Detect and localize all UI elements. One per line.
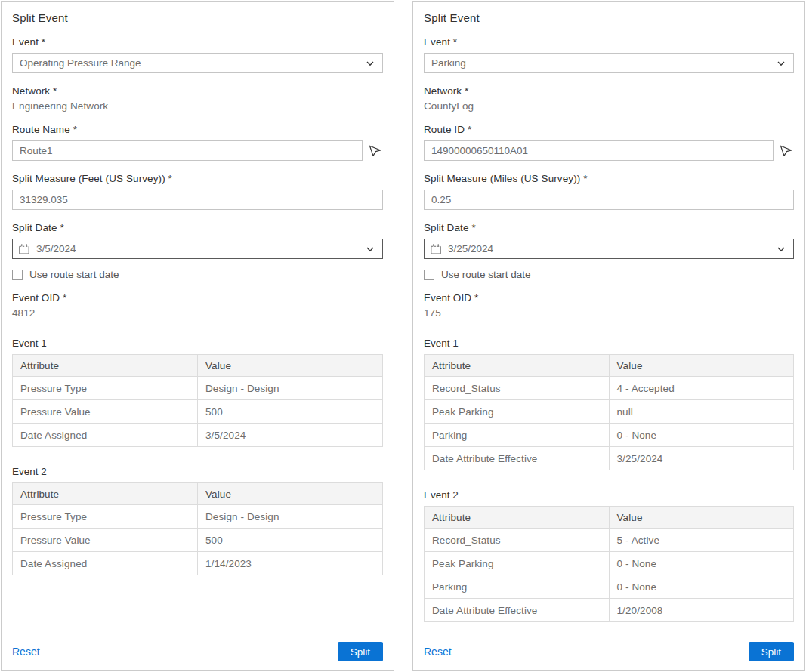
table-row: Date Assigned 1/14/2023 xyxy=(13,552,383,575)
panel-footer: Reset Split xyxy=(12,634,383,661)
split-button[interactable]: Split xyxy=(338,642,383,661)
table-row: Pressure Value 500 xyxy=(13,529,383,552)
value-cell: Design - Design xyxy=(198,505,383,529)
attribute-cell: Parking xyxy=(425,575,610,599)
chevron-down-icon xyxy=(777,59,786,68)
table-row: Parking 0 - None xyxy=(425,424,794,447)
network-label: Network * xyxy=(12,85,383,97)
split-measure-label: Split Measure (Miles (US Survey)) * xyxy=(424,173,794,184)
event-oid-label: Event OID * xyxy=(12,292,383,304)
use-route-start-date-row: Use route start date xyxy=(12,269,383,280)
route-input[interactable] xyxy=(12,140,363,161)
split-date-picker[interactable]: 3/25/2024 xyxy=(424,239,794,259)
table-row: Pressure Type Design - Design xyxy=(13,377,383,400)
attribute-cell: Pressure Type xyxy=(13,505,198,529)
attribute-cell: Parking xyxy=(425,424,610,447)
event2-heading: Event 2 xyxy=(12,466,383,477)
route-label: Route ID * xyxy=(424,124,794,135)
split-button[interactable]: Split xyxy=(749,642,794,661)
use-route-start-date-checkbox[interactable] xyxy=(424,270,434,280)
event-oid-value: 175 xyxy=(424,307,794,319)
split-date-value: 3/25/2024 xyxy=(448,243,770,254)
chevron-down-icon xyxy=(366,245,375,254)
value-cell: 3/5/2024 xyxy=(198,424,383,447)
attribute-column-header: Attribute xyxy=(425,507,610,529)
value-cell: 1/14/2023 xyxy=(198,552,383,575)
table-row: Pressure Type Design - Design xyxy=(13,505,383,529)
attribute-cell: Date Attribute Effective xyxy=(425,447,610,470)
event-select-value: Operating Pressure Range xyxy=(20,57,141,69)
value-column-header: Value xyxy=(198,483,383,505)
event1-table: Attribute Value Pressure Type Design - D… xyxy=(12,354,383,447)
reset-link[interactable]: Reset xyxy=(424,646,452,658)
attribute-cell: Date Attribute Effective xyxy=(425,599,610,622)
split-event-panel-left: Split Event Event * Operating Pressure R… xyxy=(1,1,394,671)
attribute-column-header: Attribute xyxy=(13,483,198,505)
network-value: CountyLog xyxy=(424,100,794,112)
calendar-icon xyxy=(430,243,442,255)
event2-table: Attribute Value Record_Status 5 - Active… xyxy=(424,506,794,622)
event-select[interactable]: Operating Pressure Range xyxy=(12,53,383,73)
use-route-start-date-label: Use route start date xyxy=(29,269,119,280)
table-header-row: Attribute Value xyxy=(13,483,383,505)
event1-heading: Event 1 xyxy=(12,338,383,349)
attribute-column-header: Attribute xyxy=(425,355,610,377)
attribute-cell: Record_Status xyxy=(425,529,610,552)
split-date-label: Split Date * xyxy=(424,222,794,233)
split-event-panel-right: Split Event Event * Parking Network * Co… xyxy=(412,1,805,671)
reset-link[interactable]: Reset xyxy=(12,646,40,658)
table-row: Peak Parking null xyxy=(425,400,794,424)
map-pointer-icon[interactable] xyxy=(368,143,383,158)
event-oid-label: Event OID * xyxy=(424,292,794,304)
event-select[interactable]: Parking xyxy=(424,53,794,73)
use-route-start-date-label: Use route start date xyxy=(441,269,531,280)
split-measure-input[interactable] xyxy=(12,190,383,210)
attribute-cell: Peak Parking xyxy=(425,400,610,424)
attribute-cell: Date Assigned xyxy=(13,552,198,575)
value-cell: 0 - None xyxy=(609,552,794,575)
route-input[interactable] xyxy=(424,140,774,161)
chevron-down-icon xyxy=(777,245,786,254)
table-row: Record_Status 4 - Accepted xyxy=(425,377,794,400)
network-value: Engineering Network xyxy=(12,100,383,112)
split-measure-input[interactable] xyxy=(424,190,794,210)
event1-heading: Event 1 xyxy=(424,338,794,349)
event-oid-value: 4812 xyxy=(12,307,383,319)
route-field-row xyxy=(424,135,794,161)
value-column-header: Value xyxy=(198,355,383,377)
split-date-value: 3/5/2024 xyxy=(36,243,360,254)
table-header-row: Attribute Value xyxy=(425,355,794,377)
calendar-icon xyxy=(18,243,30,255)
table-row: Record_Status 5 - Active xyxy=(425,529,794,552)
attribute-cell: Pressure Value xyxy=(13,529,198,552)
event2-table: Attribute Value Pressure Type Design - D… xyxy=(12,482,383,575)
panel-title: Split Event xyxy=(424,11,794,24)
attribute-cell: Record_Status xyxy=(425,377,610,400)
attribute-cell: Date Assigned xyxy=(13,424,198,447)
value-cell: 3/25/2024 xyxy=(609,447,794,470)
value-cell: 4 - Accepted xyxy=(609,377,794,400)
value-cell: 500 xyxy=(198,529,383,552)
network-label: Network * xyxy=(424,85,794,97)
route-label: Route Name * xyxy=(12,124,383,135)
value-cell: 1/20/2008 xyxy=(609,599,794,622)
attribute-cell: Pressure Value xyxy=(13,400,198,424)
value-column-header: Value xyxy=(609,355,794,377)
event2-heading: Event 2 xyxy=(424,489,794,501)
event1-table: Attribute Value Record_Status 4 - Accept… xyxy=(424,354,794,470)
table-row: Date Attribute Effective 3/25/2024 xyxy=(425,447,794,470)
attribute-column-header: Attribute xyxy=(13,355,198,377)
route-field-row xyxy=(12,135,383,161)
map-pointer-icon[interactable] xyxy=(779,143,794,158)
value-cell: 0 - None xyxy=(609,575,794,599)
use-route-start-date-checkbox[interactable] xyxy=(12,270,23,280)
split-date-picker[interactable]: 3/5/2024 xyxy=(12,239,383,259)
attribute-cell: Peak Parking xyxy=(425,552,610,575)
panel-footer: Reset Split xyxy=(424,634,794,661)
chevron-down-icon xyxy=(366,59,375,68)
table-row: Date Assigned 3/5/2024 xyxy=(13,424,383,447)
split-event-widgets: Split Event Event * Operating Pressure R… xyxy=(0,0,806,672)
table-row: Date Attribute Effective 1/20/2008 xyxy=(425,599,794,622)
event-select-value: Parking xyxy=(431,57,466,69)
event-label: Event * xyxy=(424,36,794,48)
